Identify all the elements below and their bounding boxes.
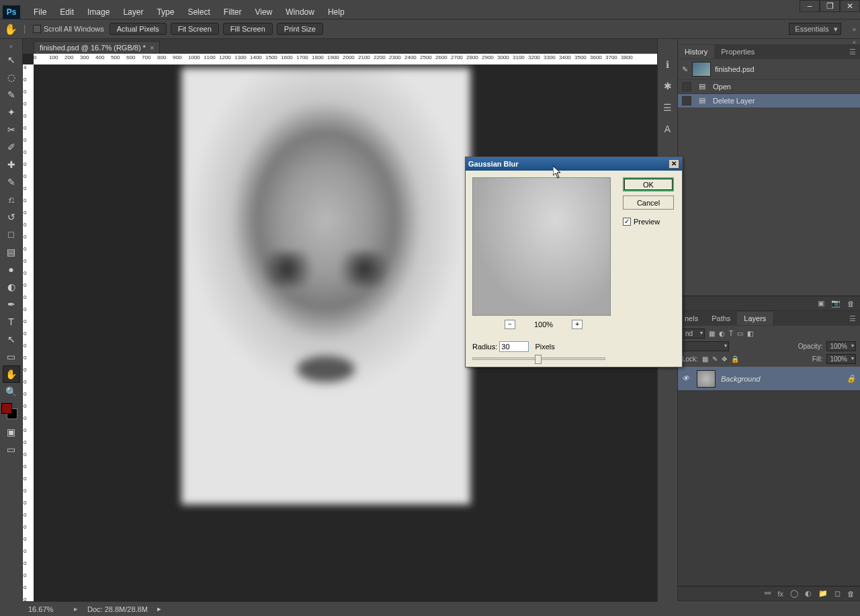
- window-minimize[interactable]: –: [800, 0, 820, 12]
- layer-row[interactable]: 👁Background🔒: [678, 367, 860, 391]
- zoom-in-button[interactable]: +: [572, 320, 583, 329]
- dock-icon-1[interactable]: ✱: [664, 81, 672, 91]
- delete-layer-icon[interactable]: 🗑: [847, 590, 855, 598]
- pen-tool[interactable]: ✒: [3, 296, 20, 313]
- eyedrop-tool[interactable]: ✐: [3, 138, 20, 156]
- tab-properties[interactable]: Properties: [714, 45, 761, 58]
- panel-collapse-icon[interactable]: «: [678, 39, 860, 44]
- history-source-file[interactable]: ✎ finished.psd: [678, 59, 860, 79]
- shape-tool[interactable]: ▭: [3, 348, 20, 365]
- fill-screen-button[interactable]: Fill Screen: [223, 23, 273, 35]
- fill-field[interactable]: 100%: [826, 354, 856, 364]
- dialog-titlebar[interactable]: Gaussian Blur ✕: [466, 157, 682, 171]
- link-layers-icon[interactable]: ⚯: [765, 589, 771, 598]
- wand-tool[interactable]: ✦: [3, 103, 20, 121]
- scroll-all-windows-checkbox[interactable]: Scroll All Windows: [33, 25, 104, 33]
- move-tool[interactable]: ↖: [3, 51, 20, 69]
- menu-view[interactable]: View: [248, 7, 279, 17]
- dialog-preview[interactable]: [472, 177, 611, 316]
- new-document-from-state-icon[interactable]: 📷: [831, 299, 841, 308]
- stamp-tool[interactable]: ⎌: [3, 191, 20, 208]
- ok-button[interactable]: OK: [623, 177, 674, 191]
- marquee-tool[interactable]: ◌: [3, 69, 20, 86]
- fit-screen-button[interactable]: Fit Screen: [171, 23, 219, 35]
- dock-icon-0[interactable]: ℹ: [666, 59, 669, 70]
- radius-slider-thumb[interactable]: [535, 355, 542, 364]
- preview-checkbox[interactable]: ✓ Preview: [623, 218, 675, 226]
- lock-all-icon[interactable]: 🔒: [731, 355, 739, 363]
- layer-mask-icon[interactable]: ◯: [790, 589, 798, 598]
- foreground-color-swatch[interactable]: [1, 403, 12, 414]
- lasso-tool[interactable]: ✎: [3, 86, 20, 103]
- screenmode-icon[interactable]: ▭: [3, 441, 20, 458]
- dialog-close-button[interactable]: ✕: [669, 159, 679, 169]
- cancel-button[interactable]: Cancel: [623, 195, 674, 210]
- menu-image[interactable]: Image: [81, 7, 116, 17]
- menu-layer[interactable]: Layer: [116, 7, 150, 17]
- zoom-level[interactable]: 16.67%: [28, 605, 64, 613]
- blend-mode-dropdown[interactable]: [682, 341, 729, 351]
- gradient-tool[interactable]: ▤: [3, 243, 20, 261]
- history-brush-tool[interactable]: ↺: [3, 208, 20, 226]
- delete-state-icon[interactable]: 🗑: [847, 300, 855, 308]
- status-menu-icon[interactable]: ▸: [157, 605, 161, 613]
- menu-edit[interactable]: Edit: [53, 7, 81, 17]
- dodge-tool[interactable]: ◐: [3, 278, 20, 296]
- window-close[interactable]: ✕: [840, 0, 860, 12]
- crop-tool[interactable]: ✂: [3, 121, 20, 138]
- panel-menu-icon[interactable]: ☰: [845, 314, 860, 323]
- menu-select[interactable]: Select: [181, 7, 216, 17]
- filter-smart-icon[interactable]: ◧: [747, 330, 753, 337]
- path-sel-tool[interactable]: ↖: [3, 331, 20, 348]
- lock-position-icon[interactable]: ✥: [722, 355, 727, 363]
- layer-fx-icon[interactable]: fx: [777, 590, 783, 598]
- layer-visibility-icon[interactable]: 👁: [682, 374, 691, 384]
- status-popup-icon[interactable]: ▸: [74, 605, 78, 613]
- collapse-right-icon[interactable]: »: [852, 26, 856, 33]
- dock-icon-2[interactable]: ☰: [663, 102, 672, 113]
- eraser-tool[interactable]: □: [3, 226, 20, 243]
- heal-tool[interactable]: ✚: [3, 156, 20, 173]
- history-step[interactable]: ▤Open: [678, 79, 860, 93]
- tab-layers[interactable]: Layers: [737, 312, 773, 325]
- radius-input[interactable]: [499, 341, 529, 352]
- menu-filter[interactable]: Filter: [217, 7, 249, 17]
- opacity-field[interactable]: 100%: [826, 341, 856, 351]
- hand-tool[interactable]: ✋: [3, 365, 20, 383]
- layer-kind-filter[interactable]: nd: [682, 328, 705, 339]
- brush-tool[interactable]: ✎: [3, 173, 20, 191]
- menu-window[interactable]: Window: [279, 7, 321, 17]
- close-tab-icon[interactable]: ×: [150, 44, 154, 52]
- filter-adjust-icon[interactable]: ◐: [719, 330, 725, 337]
- panel-menu-icon[interactable]: ☰: [845, 48, 860, 56]
- menu-help[interactable]: Help: [321, 7, 351, 17]
- filter-type-icon[interactable]: T: [729, 330, 733, 337]
- filter-shape-icon[interactable]: ▭: [737, 330, 743, 337]
- tab-paths[interactable]: Paths: [705, 312, 737, 325]
- document-tab[interactable]: finished.psd @ 16.7% (RGB/8) * ×: [34, 41, 160, 54]
- tab-history[interactable]: History: [678, 45, 714, 58]
- blur-tool[interactable]: ●: [3, 261, 20, 278]
- color-swatches[interactable]: [1, 403, 22, 423]
- zoom-out-button[interactable]: −: [505, 320, 515, 329]
- quickmask-icon[interactable]: ▣: [3, 423, 20, 441]
- radius-slider[interactable]: [472, 357, 605, 360]
- window-maximize[interactable]: ❐: [820, 0, 840, 12]
- type-tool[interactable]: T: [3, 313, 20, 331]
- menu-type[interactable]: Type: [150, 7, 181, 17]
- actual-pixels-button[interactable]: Actual Pixels: [110, 23, 167, 35]
- filter-pixel-icon[interactable]: ▦: [709, 330, 715, 337]
- lock-pixels-icon[interactable]: ✎: [712, 355, 718, 363]
- print-size-button[interactable]: Print Size: [277, 23, 323, 35]
- new-snapshot-icon[interactable]: ▣: [818, 299, 824, 308]
- zoom-tool[interactable]: 🔍: [3, 383, 20, 400]
- adjustment-layer-icon[interactable]: ◐: [805, 589, 812, 598]
- lock-transparent-icon[interactable]: ▦: [702, 355, 708, 363]
- new-layer-icon[interactable]: ◻: [834, 589, 841, 598]
- toolbox-collapse-icon[interactable]: «: [9, 43, 13, 50]
- dock-icon-3[interactable]: A: [664, 124, 671, 134]
- menu-file[interactable]: File: [27, 7, 53, 17]
- workspace-switcher[interactable]: Essentials: [789, 23, 841, 35]
- layer-group-icon[interactable]: 📁: [818, 589, 828, 598]
- history-step[interactable]: ▤Delete Layer: [678, 93, 860, 107]
